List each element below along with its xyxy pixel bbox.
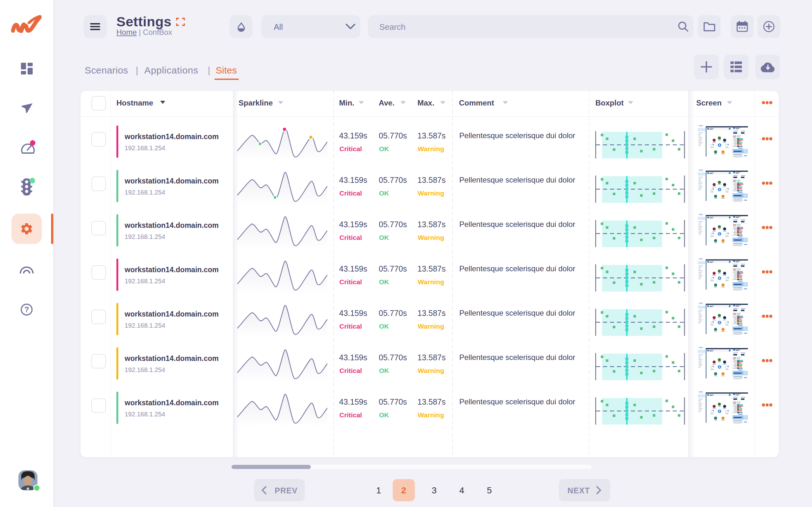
svg-text:?: ? — [24, 305, 29, 314]
